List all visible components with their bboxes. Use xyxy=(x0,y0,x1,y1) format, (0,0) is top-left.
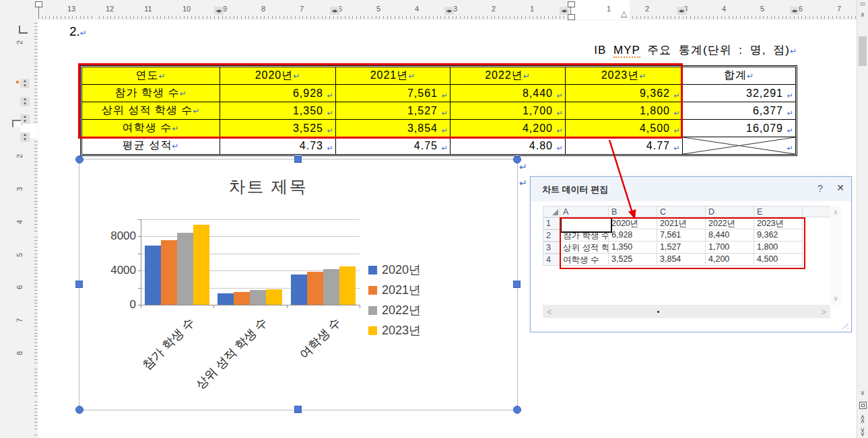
grid-cell[interactable]: 7,561 xyxy=(657,229,706,242)
chart-bar[interactable] xyxy=(266,289,282,305)
split-handle-icon[interactable] xyxy=(860,3,865,3)
grid-row-header[interactable]: 4 xyxy=(543,254,560,266)
dialog-resize-grip[interactable] xyxy=(838,320,848,329)
horizontal-ruler[interactable]: 131211109876543211234567◀▶◀▶◀▶◀▶◀▶◀▶△ xyxy=(38,0,857,21)
chart-title[interactable]: 차트 제목 xyxy=(79,176,457,198)
grid-cell[interactable]: 2022년 xyxy=(706,217,754,229)
table-row-marker[interactable]: ▲▼ xyxy=(20,79,30,88)
table-header-cell[interactable]: 합계↵ xyxy=(683,67,796,85)
grid-row-header[interactable]: 2 xyxy=(543,229,560,242)
grid-column-header[interactable]: E xyxy=(754,206,803,217)
grid-cell[interactable]: 상위 성적 학생 수 xyxy=(560,242,609,254)
table-row-marker[interactable]: ▲▼ xyxy=(20,97,30,106)
legend-item[interactable]: 2023년 xyxy=(368,322,421,338)
table-column-marker[interactable]: ◀▶ xyxy=(444,7,454,15)
legend-item[interactable]: 2021년 xyxy=(368,282,421,298)
grid-cell[interactable]: 4,500 xyxy=(754,254,803,266)
table-value-cell[interactable]: 4.80↵ xyxy=(450,137,566,155)
table-header-cell[interactable]: 연도↵ xyxy=(82,67,220,85)
statistics-table[interactable]: 연도↵2020년↵2021년↵2022년↵2023년↵합계↵참가 학생 수↵6,… xyxy=(81,67,796,155)
grid-cell[interactable]: 1,527 xyxy=(657,242,706,254)
grid-cell[interactable]: 3,854 xyxy=(657,254,706,266)
table-row-label-cell[interactable]: 상위 성적 학생 수↵ xyxy=(82,102,220,120)
right-indent-marker[interactable]: △ xyxy=(621,9,627,18)
table-value-cell[interactable]: 4.73↵ xyxy=(220,137,336,155)
previous-page-icon[interactable]: ∧∧ xyxy=(857,415,868,423)
table-value-cell[interactable]: 8,440↵ xyxy=(450,85,566,102)
table-value-cell[interactable]: 1,700↵ xyxy=(450,102,566,120)
dialog-horizontal-scrollbar[interactable]: < > xyxy=(543,305,830,318)
table-value-cell[interactable]: 1,350↵ xyxy=(220,102,336,120)
selection-handle-corner[interactable] xyxy=(513,406,521,414)
table-value-cell[interactable]: 4,200↵ xyxy=(450,120,566,137)
table-row-label-cell[interactable]: 여학생 수↵ xyxy=(82,120,220,137)
chart-bar[interactable] xyxy=(193,225,209,305)
list-number-paragraph[interactable]: 2.↵ xyxy=(69,24,87,39)
close-icon[interactable]: ✕ xyxy=(834,182,847,193)
table-header-cell[interactable]: 2020년↵ xyxy=(220,67,336,85)
selection-handle-corner[interactable] xyxy=(513,155,521,163)
margin-corner-marker[interactable] xyxy=(12,120,21,127)
legend-item[interactable]: 2020년 xyxy=(368,262,421,278)
grid-cell[interactable]: 2021년 xyxy=(657,217,706,229)
selection-handle-edge[interactable] xyxy=(513,281,521,288)
grid-column-header[interactable]: D xyxy=(706,206,754,217)
indent-marker-top[interactable] xyxy=(568,1,575,7)
table-total-cell[interactable]: 16,079↵ xyxy=(683,120,796,137)
grid-column-header[interactable]: C xyxy=(657,206,706,217)
table-value-cell[interactable]: 6,928↵ xyxy=(220,85,336,102)
split-handle-icon[interactable] xyxy=(860,5,865,5)
table-value-cell[interactable]: 4.77↵ xyxy=(566,137,683,155)
bar-chart-object[interactable]: 차트 제목 2020년2021년2022년2023년 040008000참가 학… xyxy=(79,159,518,410)
chart-bar[interactable] xyxy=(323,269,339,305)
table-value-cell[interactable]: 1,527↵ xyxy=(336,102,450,120)
table-column-marker[interactable]: ◀▶ xyxy=(330,7,339,15)
table-header-cell[interactable]: 2021년↵ xyxy=(336,67,450,85)
selection-handle-edge[interactable] xyxy=(294,155,302,163)
help-icon[interactable]: ? xyxy=(813,182,827,194)
chart-data-edit-dialog[interactable]: 차트 데이터 편집 ? ✕ ABCDE12020년2021년2022년2023년… xyxy=(530,176,852,332)
grid-cell[interactable]: 9,362 xyxy=(754,229,803,242)
table-value-cell[interactable]: 1,800↵ xyxy=(566,102,683,120)
scroll-down-icon[interactable]: ∨ xyxy=(857,389,868,396)
selection-handle-edge[interactable] xyxy=(75,281,83,288)
scroll-up-icon[interactable]: ∧ xyxy=(830,208,841,217)
table-total-cell[interactable]: 32,291↵ xyxy=(683,85,796,102)
grid-cell[interactable]: 1,800 xyxy=(754,242,803,254)
vertical-ruler[interactable]: 212345678▲▼▲▼▲▼▲▼ xyxy=(0,20,39,438)
grid-cell[interactable]: 6,928 xyxy=(609,229,657,242)
table-header-cell[interactable]: 2023년↵ xyxy=(566,67,683,85)
chart-bar[interactable] xyxy=(234,292,250,305)
scroll-up-icon[interactable]: ∧ xyxy=(857,11,868,18)
app-vertical-scrollbar[interactable]: ∧ ∨ ∧∧ ∨∨ xyxy=(857,0,868,438)
scroll-left-icon[interactable]: < xyxy=(547,307,552,317)
chart-bar[interactable] xyxy=(218,293,234,305)
selection-handle-corner[interactable] xyxy=(75,406,84,414)
scroll-thumb[interactable] xyxy=(859,36,867,66)
table-column-marker[interactable]: ◀▶ xyxy=(677,7,686,15)
table-value-cell[interactable]: 9,362↵ xyxy=(566,85,683,102)
table-value-cell[interactable]: 3,854↵ xyxy=(336,120,450,137)
selected-cell-a1[interactable] xyxy=(560,217,612,233)
grid-column-header[interactable]: B xyxy=(609,206,657,217)
chart-bar[interactable] xyxy=(291,275,307,305)
grid-cell[interactable]: 1,700 xyxy=(706,242,754,254)
scroll-thumb[interactable] xyxy=(657,311,659,313)
grid-cell[interactable]: 3,525 xyxy=(609,254,657,266)
table-row-label-cell[interactable]: 참가 학생 수↵ xyxy=(82,85,220,102)
table-row-marker[interactable]: ▲▼ xyxy=(20,114,30,124)
dialog-vertical-scrollbar[interactable]: ∧ ∨ xyxy=(830,206,841,305)
table-header-cell[interactable]: 2022년↵ xyxy=(450,67,566,85)
next-page-icon[interactable]: ∨∨ xyxy=(857,428,868,436)
grid-cell[interactable]: 1,350 xyxy=(609,242,657,254)
table-value-cell[interactable]: 7,561↵ xyxy=(336,85,450,102)
table-value-cell[interactable]: 3,525↵ xyxy=(220,120,336,137)
grid-cell[interactable]: 2020년 xyxy=(609,217,657,229)
table-caption[interactable]: IB MYP 주요 통계(단위 : 명, 점)↵ xyxy=(512,42,797,58)
chart-bar[interactable] xyxy=(339,266,356,305)
table-total-cell[interactable]: 6,377↵ xyxy=(683,102,796,120)
scroll-right-icon[interactable]: > xyxy=(821,307,826,317)
selection-handle-corner[interactable] xyxy=(75,155,84,163)
table-column-marker[interactable]: ◀▶ xyxy=(790,7,799,15)
grid-cell[interactable]: 여학생 수 xyxy=(560,254,609,266)
